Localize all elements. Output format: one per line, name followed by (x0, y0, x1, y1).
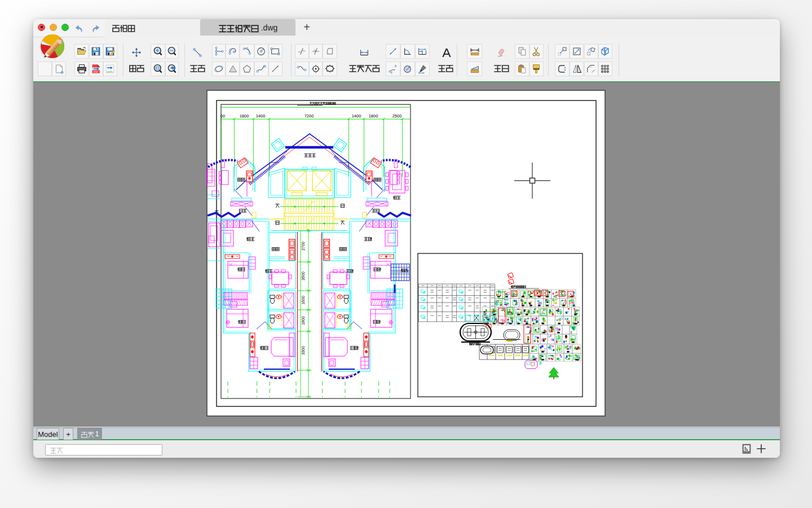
svg-text:A: A (442, 46, 451, 59)
svg-text:1800: 1800 (301, 316, 305, 325)
svg-text:2500: 2500 (392, 113, 402, 119)
svg-text:1400: 1400 (256, 113, 266, 119)
svg-text:X: X (395, 64, 397, 68)
svg-text:1400: 1400 (352, 113, 361, 119)
svg-text:1600: 1600 (301, 296, 305, 305)
svg-text:1800: 1800 (240, 113, 249, 119)
svg-text:00: 00 (220, 113, 225, 119)
svg-text:7200: 7200 (304, 113, 314, 119)
svg-text:3300: 3300 (301, 346, 305, 355)
svg-text:2700: 2700 (301, 242, 305, 251)
svg-text:PDF: PDF (94, 71, 99, 73)
svg-text:2600: 2600 (301, 271, 305, 281)
svg-text:1800: 1800 (369, 113, 378, 119)
